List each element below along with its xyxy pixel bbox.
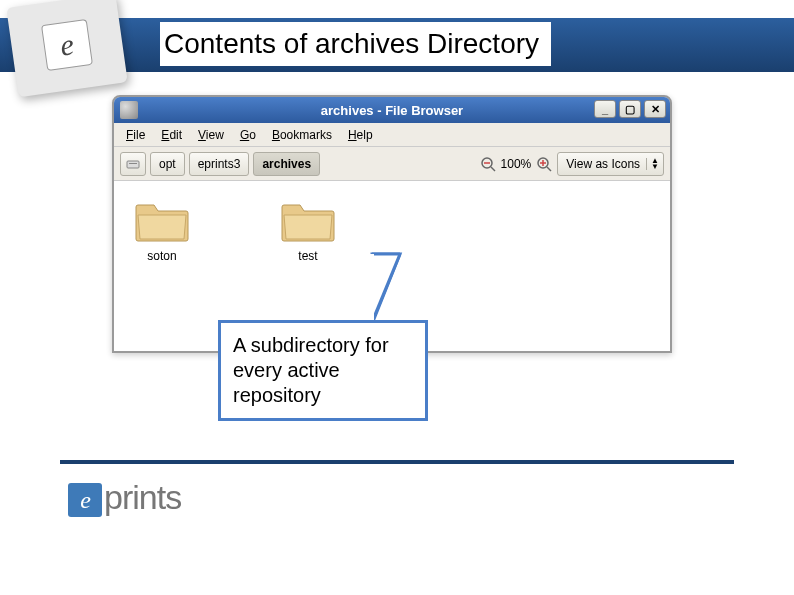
maximize-button[interactable]: ▢ — [619, 100, 641, 118]
window-controls: _ ▢ ✕ — [594, 100, 666, 118]
breadcrumb-opt[interactable]: opt — [150, 152, 185, 176]
zoom-controls: 100% — [479, 155, 554, 173]
slide-logo: e — [6, 0, 127, 97]
svg-line-3 — [491, 167, 495, 171]
close-button[interactable]: ✕ — [644, 100, 666, 118]
breadcrumb-home-button[interactable] — [120, 152, 146, 176]
callout-annotation: A subdirectory for every active reposito… — [218, 320, 428, 421]
footer-logo-text: prints — [104, 478, 181, 516]
titlebar[interactable]: archives - File Browser _ ▢ ✕ — [114, 97, 670, 123]
breadcrumb-archives[interactable]: archives — [253, 152, 320, 176]
menu-help[interactable]: Help — [342, 126, 379, 144]
window-title: archives - File Browser — [114, 103, 670, 118]
file-browser-window: archives - File Browser _ ▢ ✕ File Edit … — [112, 95, 672, 353]
folder-soton[interactable]: soton — [134, 199, 190, 263]
menu-view[interactable]: View — [192, 126, 230, 144]
menu-file[interactable]: File — [120, 126, 151, 144]
footer-logo-badge: e — [68, 483, 102, 517]
slide-title: Contents of archives Directory — [160, 22, 551, 66]
menu-go[interactable]: Go — [234, 126, 262, 144]
svg-rect-0 — [127, 161, 139, 168]
drive-icon — [126, 158, 140, 170]
footer-divider — [60, 460, 734, 464]
breadcrumb-eprints3[interactable]: eprints3 — [189, 152, 250, 176]
app-icon — [120, 101, 138, 119]
svg-line-6 — [547, 167, 551, 171]
menu-bookmarks[interactable]: Bookmarks — [266, 126, 338, 144]
zoom-label: 100% — [501, 157, 532, 171]
minimize-button[interactable]: _ — [594, 100, 616, 118]
menubar: File Edit View Go Bookmarks Help — [114, 123, 670, 147]
view-mode-selector[interactable]: View as Icons ▲▼ — [557, 152, 664, 176]
folder-test[interactable]: test — [280, 199, 336, 263]
zoom-out-icon[interactable] — [479, 155, 497, 173]
view-mode-label: View as Icons — [566, 157, 640, 171]
svg-rect-1 — [129, 163, 137, 164]
menu-edit[interactable]: Edit — [155, 126, 188, 144]
chevron-updown-icon: ▲▼ — [646, 158, 659, 170]
logo-letter: e — [41, 19, 93, 71]
folder-icon — [280, 199, 336, 243]
folder-label: test — [298, 249, 317, 263]
folder-label: soton — [147, 249, 176, 263]
zoom-in-icon[interactable] — [535, 155, 553, 173]
folder-icon — [134, 199, 190, 243]
toolbar: opt eprints3 archives 100% View as Icons… — [114, 147, 670, 181]
footer-logo: eprints — [68, 478, 181, 517]
